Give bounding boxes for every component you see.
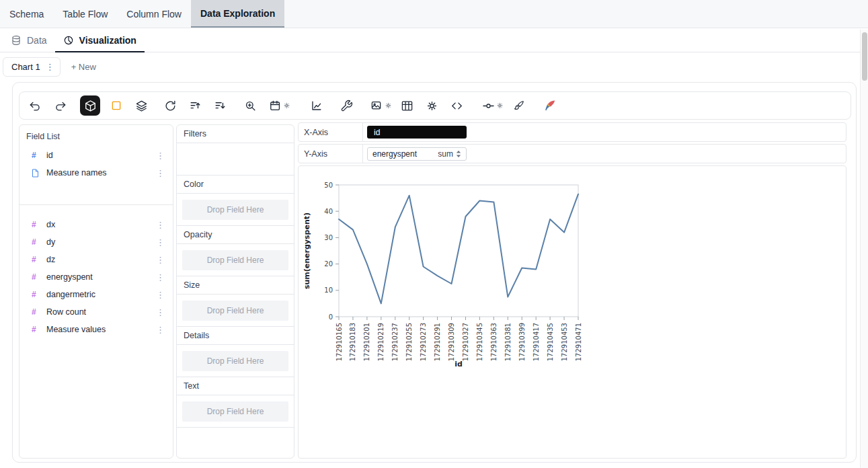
svg-text:172910255: 172910255 — [405, 323, 413, 361]
kebab-menu-icon[interactable]: ⋮ — [155, 307, 166, 317]
field-item-measure-names[interactable]: Measure names ⋮ — [19, 164, 173, 182]
svg-text:172910291: 172910291 — [434, 323, 441, 361]
vertical-scrollbar[interactable] — [860, 30, 868, 468]
x-axis-field-pill[interactable]: id — [367, 126, 467, 139]
table-icon[interactable] — [398, 97, 416, 114]
field-item-dz[interactable]: # dz ⋮ — [19, 251, 173, 268]
top-tab-bar: Schema Table Flow Column Flow Data Explo… — [0, 0, 868, 28]
encoding-filters-header: Filters — [177, 125, 294, 143]
redo-icon[interactable] — [51, 97, 69, 114]
database-icon — [11, 35, 22, 46]
aggregation-select[interactable]: sum — [438, 149, 453, 159]
y-axis-field-pill[interactable]: energyspent sum — [367, 147, 467, 161]
calendar-settings-icon[interactable] — [266, 97, 284, 114]
field-item-dx[interactable]: # dx ⋮ — [19, 216, 173, 233]
svg-text:sum(energyspent): sum(energyspent) — [303, 212, 311, 289]
encoding-details-header: Details — [177, 327, 294, 345]
svg-text:172910363: 172910363 — [490, 323, 498, 361]
encoding-opacity-header: Opacity — [177, 226, 294, 244]
kebab-menu-icon[interactable]: ⋮ — [155, 255, 166, 265]
export-image-settings-icon[interactable] — [368, 97, 385, 114]
hash-icon: # — [32, 272, 42, 282]
tab-data-exploration[interactable]: Data Exploration — [191, 0, 284, 28]
tab-visualization-label: Visualization — [79, 35, 136, 46]
opacity-drop-field[interactable]: Drop Field Here — [182, 250, 288, 270]
field-label: Row count — [46, 307, 86, 317]
brush-icon[interactable] — [510, 97, 527, 114]
svg-text:172910471: 172910471 — [575, 323, 582, 361]
hash-icon: # — [32, 237, 42, 247]
settings-gear-icon[interactable] — [423, 97, 440, 114]
filters-drop-area[interactable] — [177, 143, 294, 176]
kebab-menu-icon[interactable]: ⋮ — [155, 272, 166, 282]
svg-text:172910453: 172910453 — [561, 323, 568, 361]
tab-data[interactable]: Data — [3, 28, 55, 52]
square-mark-icon[interactable] — [108, 97, 125, 114]
gear-mini-icon — [497, 103, 503, 109]
svg-text:172910165: 172910165 — [336, 323, 343, 361]
kebab-menu-icon[interactable]: ⋮ — [155, 325, 166, 335]
svg-text:172910345: 172910345 — [476, 323, 483, 361]
svg-text:172910309: 172910309 — [448, 323, 455, 361]
zoom-in-icon[interactable] — [241, 97, 259, 114]
tab-visualization[interactable]: Visualization — [55, 28, 145, 52]
sort-descending-icon[interactable] — [211, 97, 229, 114]
chart-tab-menu-icon[interactable]: ⋮ — [46, 63, 54, 71]
field-list-title: Field List — [19, 125, 173, 147]
field-item-dy[interactable]: # dy ⋮ — [19, 233, 173, 251]
tab-column-flow[interactable]: Column Flow — [117, 0, 191, 28]
scrollbar-thumb[interactable] — [862, 32, 867, 81]
wrench-icon[interactable] — [338, 97, 355, 114]
svg-text:id: id — [455, 360, 463, 368]
y-field-name: energyspent — [372, 149, 417, 159]
cube-icon[interactable] — [80, 95, 100, 116]
kebab-menu-icon[interactable]: ⋮ — [155, 237, 166, 247]
kebab-menu-icon[interactable]: ⋮ — [155, 168, 166, 178]
code-export-icon[interactable] — [448, 97, 465, 114]
tab-chart-1[interactable]: Chart 1 ⋮ — [3, 57, 61, 77]
limit-settings-icon[interactable] — [479, 97, 497, 114]
svg-text:172910201: 172910201 — [363, 323, 370, 361]
document-icon — [32, 169, 42, 178]
svg-text:172910417: 172910417 — [532, 323, 540, 361]
kebab-menu-icon[interactable]: ⋮ — [155, 220, 166, 230]
tab-schema[interactable]: Schema — [0, 0, 53, 28]
field-item-dangermetric[interactable]: # dangermetric ⋮ — [19, 286, 173, 303]
field-item-id[interactable]: # id ⋮ — [19, 147, 173, 164]
svg-text:172910237: 172910237 — [391, 323, 399, 361]
tab-table-flow[interactable]: Table Flow — [53, 0, 117, 28]
svg-text:20: 20 — [324, 260, 333, 268]
svg-text:0: 0 — [329, 313, 333, 321]
field-item-row-count[interactable]: # Row count ⋮ — [19, 303, 173, 321]
undo-icon[interactable] — [26, 97, 44, 114]
hash-icon: # — [32, 151, 42, 160]
encoding-color-header: Color — [177, 176, 294, 194]
x-axis-row: X-Axis id — [298, 122, 846, 142]
painter-feather-icon[interactable] — [541, 97, 559, 114]
x-field-name: id — [374, 128, 380, 137]
field-label: id — [46, 151, 53, 160]
text-drop-field[interactable]: Drop Field Here — [182, 401, 288, 422]
kebab-menu-icon[interactable]: ⋮ — [155, 151, 166, 161]
axes-icon[interactable] — [307, 97, 325, 114]
field-label: Measure values — [46, 325, 106, 334]
svg-text:172910273: 172910273 — [420, 323, 427, 361]
layers-icon[interactable] — [132, 97, 150, 114]
x-axis-label: X-Axis — [299, 123, 363, 141]
field-label: dangermetric — [46, 290, 95, 299]
sort-ascending-icon[interactable] — [186, 97, 204, 114]
hash-icon: # — [32, 290, 42, 299]
size-drop-field[interactable]: Drop Field Here — [182, 301, 288, 321]
visualization-toolbar — [19, 91, 851, 120]
field-item-measure-values[interactable]: # Measure values ⋮ — [19, 321, 173, 338]
svg-text:172910435: 172910435 — [547, 323, 554, 361]
color-drop-field[interactable]: Drop Field Here — [182, 200, 288, 220]
field-item-energyspent[interactable]: # energyspent ⋮ — [19, 268, 173, 286]
details-drop-field[interactable]: Drop Field Here — [182, 351, 288, 371]
transpose-icon[interactable] — [161, 97, 179, 114]
line-chart: 0102030405017291016517291018317291020117… — [300, 167, 596, 377]
new-chart-button[interactable]: + New — [71, 62, 96, 72]
gear-mini-icon — [385, 103, 391, 109]
kebab-menu-icon[interactable]: ⋮ — [155, 290, 166, 300]
field-label: Measure names — [46, 168, 107, 178]
